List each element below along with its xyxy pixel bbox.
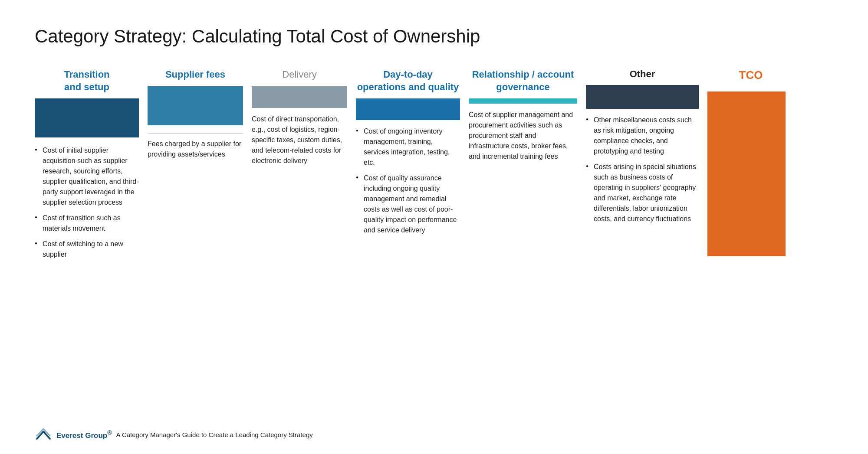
- operations-bar: [356, 98, 460, 120]
- tco-bar: [707, 91, 786, 256]
- transition-bullet-3: Cost of switching to a new supplier: [35, 239, 139, 260]
- col-other: Other Other miscellaneous costs such as …: [586, 69, 707, 229]
- operations-bullets: Cost of ongoing inventory management, tr…: [356, 126, 460, 241]
- col-delivery: Delivery Cost of direct transportation, …: [252, 69, 356, 172]
- col-transition: Transitionand setup Cost of initial supp…: [35, 69, 148, 265]
- tco-header: TCO: [707, 69, 794, 82]
- columns-wrapper: Transitionand setup Cost of initial supp…: [35, 69, 833, 265]
- transition-bar: [35, 98, 139, 137]
- delivery-bar: [252, 86, 347, 108]
- footer-logo: [35, 428, 52, 441]
- everest-group-icon: [35, 428, 52, 441]
- supplier-divider: [148, 133, 243, 134]
- supplier-header: Supplier fees: [148, 69, 243, 81]
- relationship-header: Relationship / accountgovernance: [469, 69, 577, 93]
- relationship-bar: [469, 98, 577, 104]
- delivery-header: Delivery: [252, 69, 347, 81]
- other-bullet-2: Costs arising in special situations such…: [586, 162, 699, 224]
- operations-header: Day-to-dayoperations and quality: [356, 69, 460, 93]
- delivery-desc: Cost of direct transportation, e.g., cos…: [252, 114, 347, 166]
- other-header: Other: [586, 69, 699, 80]
- footer: Everest Group® A Category Manager's Guid…: [35, 428, 313, 441]
- other-bar: [586, 85, 699, 109]
- transition-bullets: Cost of initial supplier acquisition suc…: [35, 145, 139, 265]
- col-supplier: Supplier fees Fees charged by a supplier…: [148, 69, 252, 166]
- operations-bullet-2: Cost of quality assurance including ongo…: [356, 173, 460, 235]
- other-bullets: Other miscellaneous costs such as risk m…: [586, 115, 699, 229]
- transition-bullet-2: Cost of transition such as materials mov…: [35, 213, 139, 234]
- transition-header: Transitionand setup: [35, 69, 139, 93]
- page-title: Category Strategy: Calculating Total Cos…: [35, 26, 833, 47]
- operations-bullet-1: Cost of ongoing inventory management, tr…: [356, 126, 460, 168]
- footer-brand-name: Everest Group®: [56, 429, 112, 440]
- supplier-desc: Fees charged by a supplier for providing…: [148, 139, 243, 160]
- page: Category Strategy: Calculating Total Cos…: [0, 0, 868, 454]
- other-bullet-1: Other miscellaneous costs such as risk m…: [586, 115, 699, 157]
- relationship-desc: Cost of supplier management and procurem…: [469, 110, 577, 162]
- transition-bullet-1: Cost of initial supplier acquisition suc…: [35, 145, 139, 208]
- col-tco: TCO: [707, 69, 794, 256]
- footer-tagline: A Category Manager's Guide to Create a L…: [116, 431, 313, 438]
- col-operations: Day-to-dayoperations and quality Cost of…: [356, 69, 469, 241]
- col-relationship: Relationship / accountgovernance Cost of…: [469, 69, 586, 168]
- supplier-bar: [148, 86, 243, 125]
